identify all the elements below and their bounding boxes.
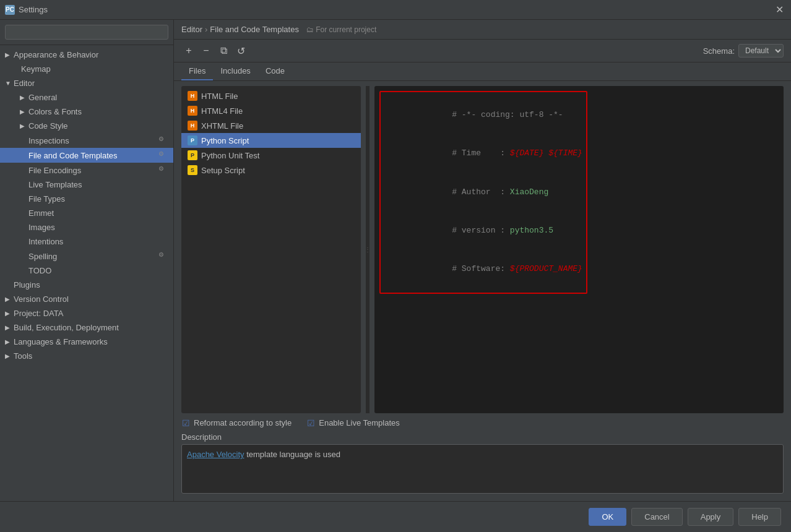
bottom-options: ☑ Reformat according to style ☑ Enable L…	[181, 413, 784, 430]
arrow-live-templates	[20, 181, 26, 188]
live-templates-option[interactable]: ☑ Enable Live Templates	[306, 418, 400, 427]
sidebar-item-keymap[interactable]: Keymap	[0, 62, 173, 76]
sidebar-item-general[interactable]: ▶ General	[0, 90, 173, 105]
file-item-html[interactable]: H HTML File	[181, 88, 361, 103]
arrow-code-style: ▶	[20, 122, 26, 129]
right-panel: Editor › File and Code Templates 🗂 For c…	[174, 20, 791, 501]
arrow-emmet	[20, 210, 26, 217]
sidebar-item-live-templates[interactable]: Live Templates	[0, 178, 173, 192]
sidebar-item-spelling[interactable]: Spelling ⚙	[0, 249, 173, 264]
help-button[interactable]: Help	[738, 508, 781, 526]
arrow-colors-fonts: ▶	[20, 108, 26, 115]
apply-button[interactable]: Apply	[688, 508, 734, 526]
search-box	[0, 20, 173, 45]
sidebar-item-emmet[interactable]: Emmet	[0, 206, 173, 220]
arrow-version-control: ▶	[5, 296, 11, 302]
sidebar-item-version-control[interactable]: ▶ Version Control	[0, 292, 173, 306]
inspections-settings-icon: ⚙	[158, 135, 168, 145]
description-box: Apache Velocity template language is use…	[181, 444, 784, 494]
description-section: Description Apache Velocity template lan…	[181, 430, 784, 496]
file-item-python-script[interactable]: P Python Script	[181, 133, 361, 148]
sidebar-item-editor[interactable]: ▼ Editor	[0, 76, 173, 90]
reset-template-button[interactable]: ↺	[233, 43, 248, 58]
arrow-images	[20, 224, 26, 231]
xhtml-file-icon: H	[188, 121, 197, 131]
reformat-option[interactable]: ☑ Reformat according to style	[181, 418, 292, 427]
breadcrumb-current: File and Code Templates	[210, 25, 299, 34]
sidebar-item-build-execution[interactable]: ▶ Build, Execution, Deployment	[0, 320, 173, 335]
arrow-project-data: ▶	[5, 310, 11, 317]
apache-velocity-link[interactable]: Apache Velocity	[187, 450, 244, 459]
file-list: H HTML File H HTML4 File H XHTML File P …	[181, 86, 361, 413]
app-icon: PC	[5, 5, 15, 15]
arrow-languages-frameworks: ▶	[5, 338, 11, 345]
schema-select[interactable]: Default	[738, 44, 784, 58]
html-file-icon: H	[188, 91, 197, 101]
file-code-templates-settings-icon: ⚙	[158, 150, 168, 160]
code-line-1: # -*- coding: utf-8 -*-	[384, 96, 582, 134]
file-item-python-unit-test[interactable]: P Python Unit Test	[181, 148, 361, 163]
sidebar-item-project-data[interactable]: ▶ Project: DATA	[0, 306, 173, 320]
file-item-xhtml[interactable]: H XHTML File	[181, 118, 361, 133]
sidebar-item-file-encodings[interactable]: File Encodings ⚙	[0, 163, 173, 178]
divider-handle[interactable]: ⋮	[366, 86, 370, 413]
live-templates-option-label: Enable Live Templates	[319, 418, 400, 427]
sidebar-item-images[interactable]: Images	[0, 220, 173, 234]
arrow-todo	[20, 267, 26, 274]
code-line-2: # Time : ${DATE} ${TIME}	[384, 134, 582, 173]
sidebar-item-tools[interactable]: ▶ Tools	[0, 349, 173, 363]
cancel-button[interactable]: Cancel	[631, 508, 682, 526]
code-line-4: # version : python3.5	[384, 212, 582, 250]
sidebar-item-appearance[interactable]: ▶ Appearance & Behavior	[0, 48, 173, 62]
copy-template-button[interactable]: ⧉	[216, 43, 231, 58]
close-button[interactable]: ✕	[773, 2, 786, 17]
file-item-html4[interactable]: H HTML4 File	[181, 103, 361, 118]
live-templates-checkbox-icon: ☑	[306, 419, 315, 427]
sidebar-item-colors-fonts[interactable]: ▶ Colors & Fonts	[0, 105, 173, 119]
arrow-inspections	[20, 137, 26, 144]
breadcrumb-separator: ›	[205, 25, 207, 34]
tab-includes[interactable]: Includes	[213, 62, 257, 80]
expand-arrow-appearance: ▶	[5, 51, 11, 58]
search-input[interactable]	[5, 25, 168, 40]
sidebar: ▶ Appearance & Behavior Keymap ▼ Editor …	[0, 20, 174, 501]
sidebar-item-languages-frameworks[interactable]: ▶ Languages & Frameworks	[0, 335, 173, 349]
python-script-icon: P	[188, 135, 197, 145]
editor-and-files: H HTML File H HTML4 File H XHTML File P …	[181, 86, 784, 413]
python-unit-test-icon: P	[188, 150, 197, 160]
file-item-setup-script[interactable]: S Setup Script	[181, 163, 361, 178]
sidebar-tree: ▶ Appearance & Behavior Keymap ▼ Editor …	[0, 45, 173, 501]
sidebar-item-inspections[interactable]: Inspections ⚙	[0, 133, 173, 148]
tab-code[interactable]: Code	[258, 62, 292, 80]
tab-files[interactable]: Files	[181, 62, 213, 80]
expand-arrow-editor: ▼	[5, 80, 11, 87]
footer: OK Cancel Apply Help	[0, 501, 791, 532]
window-title: Settings	[19, 5, 48, 14]
for-current-project-label: 🗂 For current project	[306, 25, 376, 34]
add-template-button[interactable]: +	[181, 43, 196, 58]
sidebar-item-file-types[interactable]: File Types	[0, 192, 173, 206]
ok-button[interactable]: OK	[589, 508, 626, 526]
arrow-file-encodings	[20, 167, 26, 174]
main-content: ▶ Appearance & Behavior Keymap ▼ Editor …	[0, 20, 791, 501]
code-line-3: # Author : XiaoDeng	[384, 173, 582, 212]
sidebar-item-code-style[interactable]: ▶ Code Style	[0, 119, 173, 133]
toolbar: + − ⧉ ↺ Schema: Default	[174, 40, 791, 62]
code-line-5: # Software: ${PRODUCT_NAME}	[384, 251, 582, 289]
arrow-intentions	[20, 238, 26, 245]
code-highlight-box: # -*- coding: utf-8 -*- # Time : ${DATE}…	[379, 91, 587, 294]
sidebar-item-intentions[interactable]: Intentions	[0, 234, 173, 249]
tabs-bar: Files Includes Code	[174, 62, 791, 81]
remove-template-button[interactable]: −	[199, 43, 214, 58]
reformat-label: Reformat according to style	[194, 418, 292, 427]
title-bar: PC Settings ✕	[0, 0, 791, 20]
code-editor[interactable]: # -*- coding: utf-8 -*- # Time : ${DATE}…	[374, 86, 784, 413]
arrow-build-execution: ▶	[5, 324, 11, 331]
breadcrumb-editor: Editor	[181, 25, 202, 34]
title-bar-left: PC Settings	[5, 5, 48, 15]
sidebar-item-todo[interactable]: TODO	[0, 264, 173, 278]
spelling-settings-icon: ⚙	[158, 251, 168, 261]
arrow-tools: ▶	[5, 353, 11, 359]
sidebar-item-file-code-templates[interactable]: File and Code Templates ⚙	[0, 148, 173, 163]
sidebar-item-plugins[interactable]: Plugins	[0, 278, 173, 292]
